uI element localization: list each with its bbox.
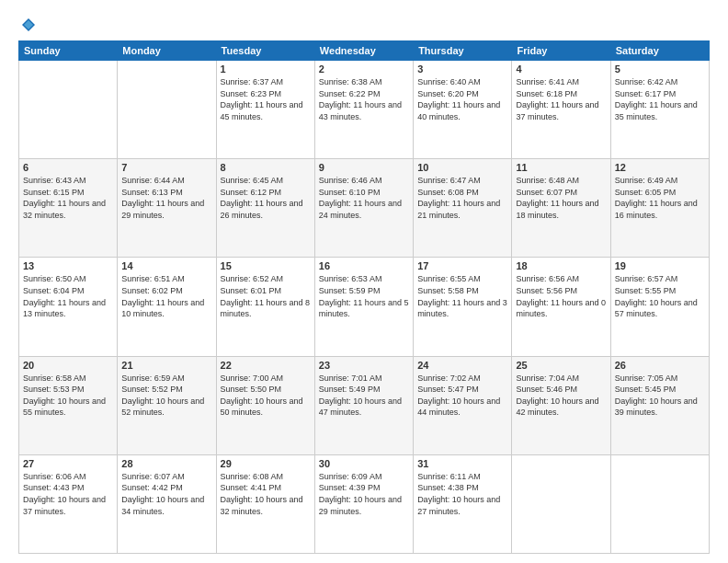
weekday-wednesday: Wednesday xyxy=(314,41,413,61)
day-info: Sunrise: 6:52 AM Sunset: 6:01 PM Dayligh… xyxy=(221,273,311,319)
day-number: 31 xyxy=(417,458,507,469)
day-cell: 12Sunrise: 6:49 AM Sunset: 6:05 PM Dayli… xyxy=(610,159,709,258)
day-number: 27 xyxy=(23,458,113,469)
day-number: 3 xyxy=(417,63,507,75)
day-cell: 15Sunrise: 6:52 AM Sunset: 6:01 PM Dayli… xyxy=(216,258,314,356)
day-info: Sunrise: 6:48 AM Sunset: 6:07 PM Dayligh… xyxy=(516,175,606,221)
day-info: Sunrise: 7:02 AM Sunset: 5:47 PM Dayligh… xyxy=(417,373,507,419)
day-info: Sunrise: 6:40 AM Sunset: 6:20 PM Dayligh… xyxy=(417,76,507,122)
day-number: 14 xyxy=(121,260,211,271)
day-info: Sunrise: 6:51 AM Sunset: 6:02 PM Dayligh… xyxy=(121,273,211,319)
day-info: Sunrise: 6:50 AM Sunset: 6:04 PM Dayligh… xyxy=(23,273,113,319)
day-number: 9 xyxy=(319,162,409,173)
day-cell: 28Sunrise: 6:07 AM Sunset: 4:42 PM Dayli… xyxy=(118,454,216,553)
day-info: Sunrise: 6:46 AM Sunset: 6:10 PM Dayligh… xyxy=(319,175,409,221)
day-number: 29 xyxy=(221,458,311,469)
calendar-table: SundayMondayTuesdayWednesdayThursdayFrid… xyxy=(18,40,710,554)
week-row-5: 27Sunrise: 6:06 AM Sunset: 4:43 PM Dayli… xyxy=(19,454,710,553)
day-info: Sunrise: 7:05 AM Sunset: 5:45 PM Dayligh… xyxy=(615,373,705,419)
day-info: Sunrise: 6:06 AM Sunset: 4:43 PM Dayligh… xyxy=(23,471,113,517)
day-info: Sunrise: 6:44 AM Sunset: 6:13 PM Dayligh… xyxy=(121,175,211,221)
day-cell: 9Sunrise: 6:46 AM Sunset: 6:10 PM Daylig… xyxy=(314,159,413,258)
day-cell xyxy=(118,61,216,159)
day-cell: 16Sunrise: 6:53 AM Sunset: 5:59 PM Dayli… xyxy=(314,258,413,356)
day-cell: 23Sunrise: 7:01 AM Sunset: 5:49 PM Dayli… xyxy=(314,356,413,454)
week-row-3: 13Sunrise: 6:50 AM Sunset: 6:04 PM Dayli… xyxy=(19,258,710,356)
header xyxy=(18,17,710,33)
day-info: Sunrise: 7:04 AM Sunset: 5:46 PM Dayligh… xyxy=(516,373,606,419)
logo xyxy=(18,17,37,33)
day-cell: 31Sunrise: 6:11 AM Sunset: 4:38 PM Dayli… xyxy=(414,454,512,553)
day-cell: 27Sunrise: 6:06 AM Sunset: 4:43 PM Dayli… xyxy=(19,454,118,553)
day-number: 8 xyxy=(221,162,311,173)
day-number: 2 xyxy=(319,63,409,75)
day-cell: 30Sunrise: 6:09 AM Sunset: 4:39 PM Dayli… xyxy=(314,454,413,553)
day-cell: 26Sunrise: 7:05 AM Sunset: 5:45 PM Dayli… xyxy=(610,356,709,454)
day-cell: 24Sunrise: 7:02 AM Sunset: 5:47 PM Dayli… xyxy=(414,356,512,454)
day-number: 24 xyxy=(417,360,507,371)
day-cell: 25Sunrise: 7:04 AM Sunset: 5:46 PM Dayli… xyxy=(512,356,610,454)
day-cell: 10Sunrise: 6:47 AM Sunset: 6:08 PM Dayli… xyxy=(414,159,512,258)
day-info: Sunrise: 6:43 AM Sunset: 6:15 PM Dayligh… xyxy=(23,175,113,221)
day-cell: 29Sunrise: 6:08 AM Sunset: 4:41 PM Dayli… xyxy=(216,454,314,553)
week-row-2: 6Sunrise: 6:43 AM Sunset: 6:15 PM Daylig… xyxy=(19,159,710,258)
day-number: 28 xyxy=(121,458,211,469)
day-cell xyxy=(610,454,709,553)
day-cell xyxy=(19,61,118,159)
day-cell: 2Sunrise: 6:38 AM Sunset: 6:22 PM Daylig… xyxy=(314,61,413,159)
day-number: 1 xyxy=(221,63,311,75)
day-cell: 21Sunrise: 6:59 AM Sunset: 5:52 PM Dayli… xyxy=(118,356,216,454)
day-cell: 7Sunrise: 6:44 AM Sunset: 6:13 PM Daylig… xyxy=(118,159,216,258)
day-cell: 1Sunrise: 6:37 AM Sunset: 6:23 PM Daylig… xyxy=(216,61,314,159)
weekday-friday: Friday xyxy=(512,41,610,61)
day-info: Sunrise: 6:47 AM Sunset: 6:08 PM Dayligh… xyxy=(417,175,507,221)
day-cell: 20Sunrise: 6:58 AM Sunset: 5:53 PM Dayli… xyxy=(19,356,118,454)
day-info: Sunrise: 6:49 AM Sunset: 6:05 PM Dayligh… xyxy=(615,175,705,221)
logo-icon xyxy=(20,17,37,33)
day-number: 26 xyxy=(615,360,705,371)
day-cell xyxy=(512,454,610,553)
day-info: Sunrise: 6:37 AM Sunset: 6:23 PM Dayligh… xyxy=(221,76,311,122)
day-cell: 11Sunrise: 6:48 AM Sunset: 6:07 PM Dayli… xyxy=(512,159,610,258)
day-info: Sunrise: 6:45 AM Sunset: 6:12 PM Dayligh… xyxy=(221,175,311,221)
day-cell: 13Sunrise: 6:50 AM Sunset: 6:04 PM Dayli… xyxy=(19,258,118,356)
calendar-page: SundayMondayTuesdayWednesdayThursdayFrid… xyxy=(0,0,728,563)
day-cell: 6Sunrise: 6:43 AM Sunset: 6:15 PM Daylig… xyxy=(19,159,118,258)
day-cell: 4Sunrise: 6:41 AM Sunset: 6:18 PM Daylig… xyxy=(512,61,610,159)
day-number: 16 xyxy=(319,260,409,271)
day-cell: 17Sunrise: 6:55 AM Sunset: 5:58 PM Dayli… xyxy=(414,258,512,356)
day-cell: 22Sunrise: 7:00 AM Sunset: 5:50 PM Dayli… xyxy=(216,356,314,454)
day-number: 21 xyxy=(121,360,211,371)
weekday-thursday: Thursday xyxy=(414,41,512,61)
day-number: 30 xyxy=(319,458,409,469)
day-cell: 8Sunrise: 6:45 AM Sunset: 6:12 PM Daylig… xyxy=(216,159,314,258)
day-info: Sunrise: 6:56 AM Sunset: 5:56 PM Dayligh… xyxy=(516,273,606,319)
day-number: 22 xyxy=(221,360,311,371)
weekday-monday: Monday xyxy=(118,41,216,61)
day-number: 23 xyxy=(319,360,409,371)
day-info: Sunrise: 6:38 AM Sunset: 6:22 PM Dayligh… xyxy=(319,76,409,122)
day-number: 18 xyxy=(516,260,606,271)
weekday-header-row: SundayMondayTuesdayWednesdayThursdayFrid… xyxy=(19,41,710,61)
day-info: Sunrise: 6:53 AM Sunset: 5:59 PM Dayligh… xyxy=(319,273,409,319)
day-number: 15 xyxy=(221,260,311,271)
day-number: 17 xyxy=(417,260,507,271)
day-number: 4 xyxy=(516,63,606,75)
day-info: Sunrise: 6:08 AM Sunset: 4:41 PM Dayligh… xyxy=(221,471,311,517)
day-cell: 19Sunrise: 6:57 AM Sunset: 5:55 PM Dayli… xyxy=(610,258,709,356)
day-number: 5 xyxy=(615,63,705,75)
day-number: 7 xyxy=(121,162,211,173)
day-cell: 3Sunrise: 6:40 AM Sunset: 6:20 PM Daylig… xyxy=(414,61,512,159)
week-row-1: 1Sunrise: 6:37 AM Sunset: 6:23 PM Daylig… xyxy=(19,61,710,159)
day-info: Sunrise: 6:58 AM Sunset: 5:53 PM Dayligh… xyxy=(23,373,113,419)
day-number: 13 xyxy=(23,260,113,271)
day-info: Sunrise: 6:55 AM Sunset: 5:58 PM Dayligh… xyxy=(417,273,507,319)
day-cell: 5Sunrise: 6:42 AM Sunset: 6:17 PM Daylig… xyxy=(610,61,709,159)
day-number: 12 xyxy=(615,162,705,173)
day-info: Sunrise: 6:07 AM Sunset: 4:42 PM Dayligh… xyxy=(121,471,211,517)
day-info: Sunrise: 7:01 AM Sunset: 5:49 PM Dayligh… xyxy=(319,373,409,419)
day-info: Sunrise: 7:00 AM Sunset: 5:50 PM Dayligh… xyxy=(221,373,311,419)
day-info: Sunrise: 6:41 AM Sunset: 6:18 PM Dayligh… xyxy=(516,76,606,122)
day-info: Sunrise: 6:11 AM Sunset: 4:38 PM Dayligh… xyxy=(417,471,507,517)
weekday-tuesday: Tuesday xyxy=(216,41,314,61)
